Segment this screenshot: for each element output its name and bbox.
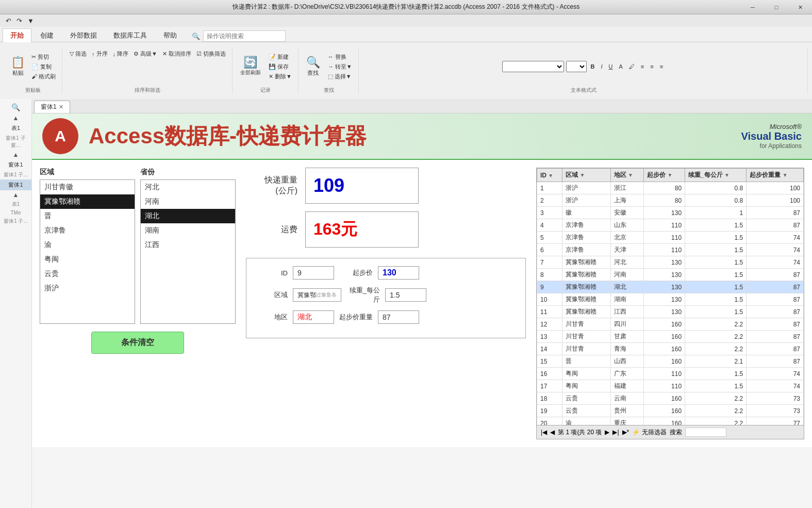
col-header-perkg[interactable]: 续重_每公斤 ▼ [685, 169, 747, 182]
weight-value[interactable]: 109 [305, 168, 419, 204]
copy-btn[interactable]: 📄 复制 [29, 62, 58, 71]
save-record-btn[interactable]: 💾 保存 [267, 62, 294, 71]
tab-tools[interactable]: 数据库工具 [106, 28, 155, 42]
table-row[interactable]: 4 京津鲁 山东 110 1.5 87 [537, 219, 804, 232]
nav-item-table1[interactable]: 表1 [0, 123, 31, 134]
col-header-id[interactable]: ID ▼ [537, 169, 562, 182]
col-header-base[interactable]: 起步价 ▼ [644, 169, 685, 182]
select-btn[interactable]: ⬚ 选择▼ [326, 72, 354, 81]
region-item-1[interactable]: 冀豫鄂湘赣 [40, 194, 135, 209]
nav-arrow-next[interactable]: ▶ [605, 429, 609, 436]
goto-btn[interactable]: → 转至▼ [326, 62, 354, 71]
filter-btn[interactable]: ▽ 筛选 [68, 50, 89, 58]
detail-xuchong-value[interactable]: 1.5 [385, 288, 426, 302]
region-item-5[interactable]: 粤闽 [40, 252, 135, 267]
fee-value[interactable]: 163元 [305, 211, 419, 248]
clear-btn[interactable]: 条件清空 [91, 332, 184, 354]
table-row[interactable]: 7 冀豫鄂湘赣 河北 130 1.5 74 [537, 256, 804, 269]
font-select[interactable] [502, 61, 564, 72]
refresh-btn[interactable]: 🔄 全部刷新 [238, 55, 263, 78]
province-listbox[interactable]: 河北 河南 湖北 湖南 江西 [140, 179, 236, 324]
region-item-3[interactable]: 京津鲁 [40, 223, 135, 238]
align-center-btn[interactable]: ≡ [648, 63, 655, 70]
find-btn[interactable]: 🔍 查找 [304, 55, 323, 78]
nav-item-form1[interactable]: 窗体1 [0, 159, 31, 170]
underline-btn[interactable]: U [607, 63, 615, 70]
tab-start[interactable]: 开始 [3, 28, 31, 42]
col-header-region[interactable]: 区域 ▼ [562, 169, 611, 182]
replace-btn[interactable]: ↔ 替换 [326, 53, 354, 61]
doc-tab-form1[interactable]: 窗体1 ✕ [34, 101, 70, 113]
table-row[interactable]: 18 云贵 云南 160 2.2 73 [537, 392, 804, 405]
table-row[interactable]: 1 浙沪 浙江 80 0.8 100 [537, 182, 804, 194]
detail-region-value[interactable]: 冀豫鄂过豫鲁各 [293, 288, 341, 302]
minimize-btn[interactable]: ─ [741, 0, 765, 14]
province-item-2[interactable]: 湖北 [141, 209, 235, 223]
table-row[interactable]: 15 晋 山西 160 2.1 87 [537, 355, 804, 368]
region-item-4[interactable]: 渝 [40, 238, 135, 252]
nav-mid-arrow[interactable]: ▲ [0, 150, 31, 159]
table-row[interactable]: 9 冀豫鄂湘赣 湖北 130 1.5 87 [537, 281, 804, 293]
toggle-filter-btn[interactable]: ☑ 切换筛选 [194, 50, 228, 58]
table-search-input[interactable] [685, 428, 726, 437]
province-item-1[interactable]: 河南 [141, 194, 235, 209]
redo-btn[interactable]: ↷ [15, 17, 24, 25]
table-row[interactable]: 12 川甘青 四川 160 2.2 87 [537, 318, 804, 331]
detail-qijia-weight-value[interactable]: 87 [378, 310, 419, 324]
bold-btn[interactable]: B [589, 63, 597, 70]
region-item-7[interactable]: 浙沪 [40, 281, 135, 296]
table-scroll-container[interactable]: ID ▼ 区域 ▼ 地区 ▼ 起步价 ▼ 续重_每公斤 ▼ 起步价重量 ▼ 1 [536, 168, 804, 425]
nav-arrow-prev[interactable]: ◀ [550, 429, 555, 436]
italic-btn[interactable]: I [599, 63, 605, 70]
table-row[interactable]: 3 徽 安徽 130 1 87 [537, 207, 804, 219]
close-btn[interactable]: ✕ [788, 0, 812, 14]
tab-help[interactable]: 帮助 [156, 28, 185, 42]
filter-status[interactable]: ⚡ 无筛选器 [632, 428, 666, 437]
clear-sort-btn[interactable]: ✕ 取消排序 [160, 50, 193, 58]
format-painter-btn[interactable]: 🖌 格式刷 [29, 72, 58, 81]
font-color-btn[interactable]: A [617, 63, 625, 70]
qa-dropdown-btn[interactable]: ▼ [26, 17, 36, 25]
region-item-2[interactable]: 晋 [40, 209, 135, 223]
detail-qijia-value[interactable]: 130 [378, 266, 419, 280]
table-row[interactable]: 6 京津鲁 天津 110 1.5 74 [537, 244, 804, 256]
table-row[interactable]: 11 冀豫鄂湘赣 江西 130 1.5 87 [537, 306, 804, 318]
nav-search-icon[interactable]: 🔍 [11, 103, 20, 111]
col-header-baseweight[interactable]: 起步价重量 ▼ [747, 169, 804, 182]
province-item-0[interactable]: 河北 [141, 180, 235, 194]
paste-btn[interactable]: 📋 粘贴 [8, 55, 27, 78]
detail-location-value[interactable]: 湖北 [293, 310, 334, 324]
table-row[interactable]: 19 云贵 贵州 160 2.2 73 [537, 405, 804, 417]
highlight-btn[interactable]: 🖊 [627, 63, 637, 70]
col-header-location[interactable]: 地区 ▼ [610, 169, 643, 182]
advanced-btn[interactable]: ⚙ 高级▼ [131, 50, 159, 58]
align-right-btn[interactable]: ≡ [658, 63, 665, 70]
table-row[interactable]: 20 渝 重庆 160 2.2 77 [537, 417, 804, 426]
nav-arrow-new[interactable]: ▶* [622, 429, 629, 436]
table-row[interactable]: 17 粤闽 福建 110 1.5 74 [537, 380, 804, 392]
region-item-6[interactable]: 云贵 [40, 267, 135, 281]
tab-create[interactable]: 创建 [32, 28, 61, 42]
region-item-0[interactable]: 川甘青徽 [40, 180, 135, 194]
asc-btn[interactable]: ↑ 升序 [90, 50, 110, 58]
table-row[interactable]: 13 川甘青 甘肃 160 2.2 87 [537, 331, 804, 343]
nav-item-form1-active[interactable]: 窗体1 [0, 179, 31, 190]
align-left-btn[interactable]: ≡ [639, 63, 646, 70]
maximize-btn[interactable]: □ [765, 0, 788, 14]
font-size-select[interactable] [566, 61, 587, 72]
province-item-4[interactable]: 江西 [141, 238, 235, 252]
nav-up-arrow[interactable]: ▲ [0, 113, 31, 123]
nav-arrow-first[interactable]: |◀ [541, 429, 547, 436]
cut-btn[interactable]: ✂ 剪切 [29, 53, 58, 61]
region-listbox[interactable]: 川甘青徽 冀豫鄂湘赣 晋 京津鲁 渝 粤闽 云贵 浙沪 [40, 179, 135, 324]
doc-tab-close[interactable]: ✕ [59, 104, 63, 110]
table-row[interactable]: 8 冀豫鄂湘赣 河南 130 1.5 87 [537, 269, 804, 281]
ribbon-search-input[interactable] [203, 30, 286, 42]
nav-arrow-last[interactable]: ▶| [612, 429, 619, 436]
delete-record-btn[interactable]: ✕ 删除▼ [267, 72, 294, 81]
table-row[interactable]: 16 粤闽 广东 110 1.5 74 [537, 368, 804, 380]
nav-down-arrow[interactable]: ▲ [0, 190, 31, 200]
new-record-btn[interactable]: 📝 新建 [267, 53, 294, 61]
desc-btn[interactable]: ↓ 降序 [111, 50, 131, 58]
table-row[interactable]: 5 京津鲁 北京 110 1.5 74 [537, 232, 804, 244]
